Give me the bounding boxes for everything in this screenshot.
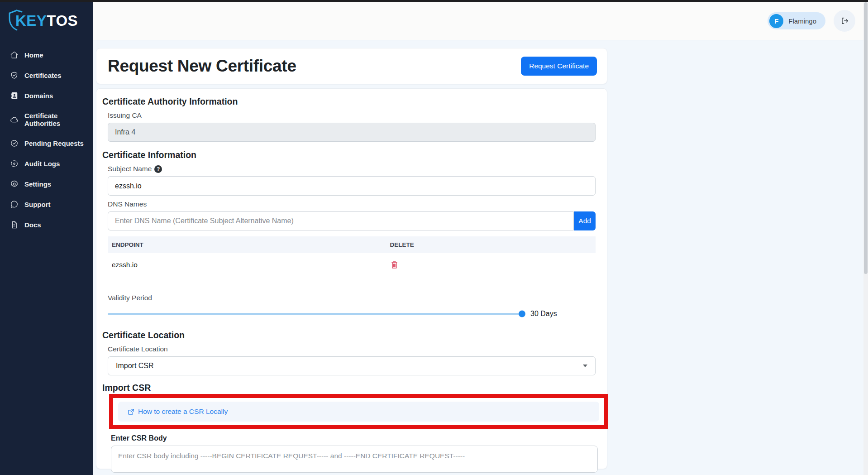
subject-name-field[interactable] — [108, 176, 596, 196]
sidebar-item-home[interactable]: Home — [0, 45, 93, 65]
home-icon — [10, 51, 19, 59]
sidebar-item-settings[interactable]: Settings — [0, 174, 93, 194]
request-certificate-button[interactable]: Request Certificate — [521, 57, 597, 76]
sidebar-item-label: Audit Logs — [24, 160, 60, 168]
scrollbar[interactable] — [863, 2, 868, 475]
help-icon[interactable]: ? — [154, 165, 162, 173]
ca-fields: Issuing CA — [108, 111, 596, 142]
dns-names-label: DNS Names — [108, 200, 596, 208]
delete-column-header: DELETE — [386, 236, 596, 253]
sidebar-item-label: Domains — [24, 92, 53, 100]
sidebar-item-pending-requests[interactable]: Pending Requests — [0, 134, 93, 153]
certificate-location-label: Certificate Location — [108, 345, 596, 353]
page-title: Request New Certificate — [108, 57, 296, 76]
sidebar-item-label: Certificates — [24, 72, 62, 79]
sidebar-item-docs[interactable]: Docs — [0, 215, 93, 235]
subject-name-label-text: Subject Name — [108, 165, 152, 173]
location-fields: Certificate Location Import CSR — [108, 345, 596, 375]
logout-button[interactable] — [834, 10, 855, 32]
user-chip[interactable]: F Flamingo — [768, 12, 825, 29]
sidebar-item-certificates[interactable]: Certificates — [0, 66, 93, 85]
logout-icon — [840, 16, 849, 25]
red-annotation-box: How to create a CSR Locally — [109, 394, 608, 429]
issuing-ca-field — [108, 123, 596, 142]
scrollbar-thumb[interactable] — [864, 2, 868, 274]
dns-input-group: Add — [108, 211, 596, 230]
endpoint-column-header: ENDPOINT — [108, 236, 386, 253]
target-icon — [10, 159, 19, 168]
topbar: F Flamingo — [93, 0, 868, 40]
sidebar-item-label: Support — [24, 201, 51, 208]
chat-bubble-icon — [10, 200, 19, 209]
clock-check-icon — [10, 139, 19, 148]
user-name: Flamingo — [788, 17, 816, 25]
validity-slider[interactable] — [108, 313, 522, 315]
subject-name-label: Subject Name ? — [108, 165, 596, 173]
sidebar-item-label: Settings — [24, 180, 51, 188]
document-icon — [10, 221, 19, 229]
sidebar-item-domains[interactable]: Domains — [0, 86, 93, 106]
select-value: Import CSR — [116, 362, 154, 370]
sidebar: KEYTOS Home Certificates Domains Certifi… — [0, 0, 93, 475]
csr-howto-note: How to create a CSR Locally — [118, 402, 599, 422]
shield-logo-icon — [7, 9, 26, 33]
validity-slider-row: 30 Days — [108, 309, 596, 318]
external-link-icon — [128, 408, 134, 415]
page-header-card: Request New Certificate Request Certific… — [96, 48, 607, 84]
brand-logo: KEYTOS — [15, 10, 83, 32]
endpoint-table: ENDPOINT DELETE ezssh.io — [108, 236, 596, 278]
certificate-form-card: Certificate Authority Information Issuin… — [96, 88, 607, 469]
certificate-location-select[interactable]: Import CSR — [108, 356, 596, 375]
csr-body-field[interactable] — [111, 446, 598, 473]
sidebar-item-label: Certificate Authorities — [24, 112, 89, 127]
csr-howto-link[interactable]: How to create a CSR Locally — [128, 408, 228, 416]
section-heading-certificate-information: Certificate Information — [102, 150, 601, 160]
table-row: ezssh.io — [108, 253, 596, 278]
section-heading-ca-information: Certificate Authority Information — [102, 96, 601, 107]
delete-endpoint-button[interactable] — [390, 260, 399, 269]
dns-name-field[interactable] — [108, 211, 574, 230]
sidebar-nav: Home Certificates Domains Certificate Au… — [0, 45, 93, 235]
chevron-down-icon — [583, 365, 587, 367]
slider-thumb[interactable] — [519, 311, 525, 317]
add-dns-button[interactable]: Add — [574, 211, 596, 230]
endpoint-table-header-row: ENDPOINT DELETE — [108, 236, 596, 253]
issuing-ca-label: Issuing CA — [108, 111, 596, 120]
sidebar-item-label: Pending Requests — [24, 139, 84, 147]
gear-icon — [10, 180, 19, 188]
contact-book-icon — [10, 91, 19, 100]
endpoint-cell: ezssh.io — [108, 253, 386, 278]
cloud-icon — [10, 115, 19, 124]
section-heading-import-csr: Import CSR — [102, 383, 601, 393]
validity-period-label: Validity Period — [108, 294, 596, 302]
trash-icon — [390, 260, 399, 269]
sidebar-item-label: Home — [24, 51, 43, 59]
section-heading-certificate-location: Certificate Location — [102, 330, 601, 341]
validity-value: 30 Days — [530, 310, 557, 318]
main-area: F Flamingo Request New Certificate Reque… — [93, 0, 868, 475]
csr-body-label: Enter CSR Body — [111, 434, 601, 442]
page-content: Request New Certificate Request Certific… — [93, 40, 868, 469]
csr-howto-link-text: How to create a CSR Locally — [138, 408, 228, 416]
certificate-fields: Subject Name ? DNS Names Add ENDPOINT — [108, 165, 596, 318]
sidebar-item-audit-logs[interactable]: Audit Logs — [0, 154, 93, 173]
avatar: F — [769, 14, 783, 28]
shield-check-icon — [10, 71, 19, 80]
sidebar-item-label: Docs — [24, 221, 41, 229]
app-root: KEYTOS Home Certificates Domains Certifi… — [0, 0, 868, 475]
sidebar-item-support[interactable]: Support — [0, 195, 93, 214]
sidebar-item-certificate-authorities[interactable]: Certificate Authorities — [0, 106, 93, 133]
window-top-edge — [0, 0, 868, 2]
